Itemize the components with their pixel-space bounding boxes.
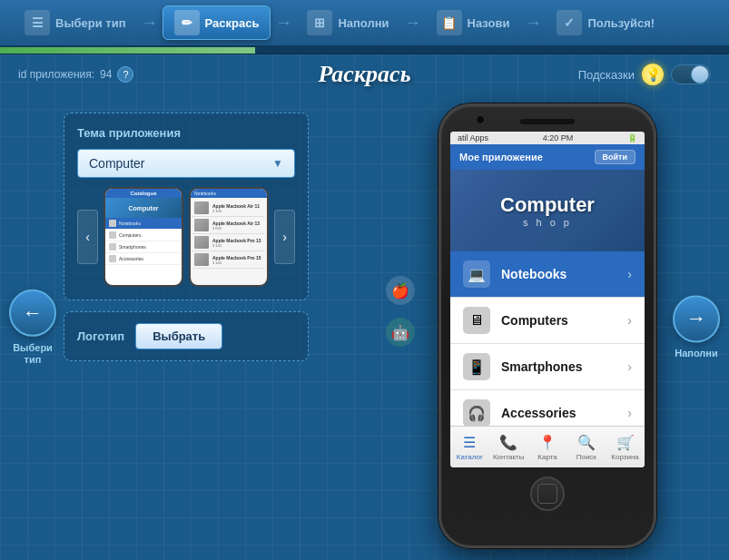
mini-icon-computers (109, 231, 116, 239)
preview-header-mini-1: Catalogue (105, 189, 182, 198)
wizard-arrow-2: → (271, 14, 296, 33)
page-title: Раскрась (318, 61, 410, 88)
battery-icon: 🔋 (627, 133, 637, 142)
os-icons: 🍎 🤖 (386, 276, 415, 347)
phone-screen: atil Apps 4:20 PM 🔋 Мое приложение Войти… (450, 132, 645, 467)
wizard-bar: ☰ Выбери тип → ✏ Раскрась → ⊞ Наполни → … (0, 0, 729, 47)
menu-arrow-smartphones: › (627, 359, 632, 374)
menu-label-smartphones: Smartphones (501, 359, 627, 374)
theme-box-title: Тема приложения (77, 126, 295, 140)
status-bar: atil Apps 4:20 PM 🔋 (450, 132, 645, 144)
carousel-prev-button[interactable]: ‹ (77, 210, 98, 264)
step2-label: Раскрась (205, 16, 260, 30)
preview-item-img-1 (194, 201, 209, 214)
logo-box: Логотип Выбрать (64, 311, 309, 361)
phone-preview-1: Catalogue Computer Notebooks (103, 187, 183, 287)
tab-contacts[interactable]: 📞 Контакты (489, 427, 528, 467)
wizard-arrow-3: → (400, 14, 426, 33)
hint-bulb-icon[interactable]: 💡 (642, 64, 664, 85)
tab-search[interactable]: 🔍 Поиск (566, 427, 606, 467)
preview-header-2: Notebooks (191, 189, 267, 198)
preview-item-3: Apple Macbook Pro 13 3 142 (192, 234, 265, 251)
mini-icon-accessories (109, 255, 116, 262)
step1-label: Выбери тип (55, 16, 126, 30)
preview-items-list-2: Apple Macbook Air 11 2 100 Apple Macbook… (191, 198, 267, 285)
home-button[interactable] (530, 476, 565, 511)
back-arrow-circle: ← (9, 289, 56, 336)
wizard-step-3[interactable]: ⊞ Наполни (296, 6, 399, 39)
mini-icon-smartphones (109, 243, 116, 251)
tab-search-icon: 🔍 (577, 434, 596, 451)
menu-label-accessories: Accessories (501, 406, 627, 420)
android-icon[interactable]: 🤖 (386, 318, 415, 347)
theme-selected-value: Computer (89, 156, 144, 171)
preview-item-4: Apple Macbook Pro 15 3 142 (192, 251, 265, 269)
menu-arrow-accessories: › (627, 406, 632, 420)
preview-item-img-2 (194, 219, 209, 231)
preview-banner-text-1: Computer (128, 205, 158, 211)
progress-bar-container (0, 47, 729, 54)
preview-screen-2: Notebooks Apple Macbook Air 11 2 100 (191, 189, 267, 285)
hint-section: Подсказки 💡 (578, 64, 711, 85)
theme-box: Тема приложения Computer ▼ ‹ Catalogue C… (64, 113, 309, 300)
menu-icon-computers: 🖥 (463, 307, 490, 334)
home-button-inner (537, 484, 557, 504)
wizard-step-2[interactable]: ✏ Раскрась (163, 5, 271, 40)
back-arrow-label: Выберитип (13, 341, 53, 365)
forward-arrow-label: Наполни (675, 348, 718, 359)
banner-subtitle: s h o p (500, 217, 595, 228)
preview-menu-item-smartphones: Smartphones (105, 241, 182, 253)
wizard-arrow-4: → (520, 14, 546, 33)
phone-camera (476, 115, 485, 124)
wizard-step-5[interactable]: ✓ Пользуйся! (546, 6, 665, 39)
ios-icon[interactable]: 🍎 (386, 276, 415, 305)
phone-speaker (520, 119, 575, 124)
back-arrow-icon: ← (23, 300, 43, 324)
tab-contacts-label: Контакты (493, 453, 525, 461)
theme-dropdown[interactable]: Computer ▼ (77, 149, 295, 178)
menu-icon-notebooks: 💻 (463, 260, 490, 288)
time-label: 4:20 PM (543, 133, 574, 142)
preview-item-img-4 (194, 253, 209, 266)
nav-back-button[interactable]: ← Выберитип (9, 289, 56, 365)
logo-label: Логотип (77, 329, 124, 343)
preview-menu-item-notebooks: Notebooks (105, 218, 182, 230)
main-header: id приложения: 94 ? Раскрась Подсказки 💡 (0, 54, 729, 94)
nav-bar-title: Мое приложение (459, 152, 543, 162)
nav-login-button[interactable]: Войти (595, 150, 635, 164)
toggle-switch[interactable] (671, 64, 711, 84)
phone-preview-2: Notebooks Apple Macbook Air 11 2 100 (189, 187, 269, 287)
wizard-step-4[interactable]: 📋 Назови (426, 6, 521, 39)
step3-label: Наполни (338, 16, 389, 30)
tab-map[interactable]: 📍 Карта (528, 427, 567, 467)
info-icon[interactable]: ? (117, 66, 133, 83)
wizard-step-1[interactable]: ☰ Выбери тип (14, 6, 137, 39)
dropdown-arrow-icon: ▼ (272, 157, 283, 170)
tab-cart-icon: 🛒 (616, 434, 635, 451)
carousel-next-button[interactable]: › (274, 210, 295, 264)
step4-label: Назови (468, 16, 510, 30)
menu-label-computers: Computers (501, 313, 627, 328)
menu-item-notebooks[interactable]: 💻 Notebooks › (450, 251, 645, 298)
menu-item-computers[interactable]: 🖥 Computers › (450, 298, 645, 344)
preview-item-2: Apple Macbook Air 13 3 000 (192, 217, 265, 234)
tab-map-label: Карта (537, 453, 557, 461)
tab-cart[interactable]: 🛒 Корзина (606, 427, 645, 467)
screen-nav-bar: Мое приложение Войти (450, 144, 645, 170)
tab-search-label: Поиск (576, 453, 596, 461)
forward-arrow-icon: → (686, 307, 706, 330)
preview-carousel: ‹ Catalogue Computer Notebook (77, 187, 295, 287)
choose-logo-button[interactable]: Выбрать (135, 323, 222, 349)
tab-catalog[interactable]: ☰ Каталог (450, 427, 489, 467)
step2-icon: ✏ (174, 10, 200, 35)
nav-forward-button[interactable]: → Наполни (673, 295, 720, 359)
wizard-arrow-1: → (137, 14, 163, 33)
preview-menu-item-accessories: Accessories (105, 253, 182, 265)
menu-item-smartphones[interactable]: 📱 Smartphones › (450, 344, 645, 390)
step5-icon: ✓ (557, 10, 582, 35)
toggle-knob (691, 65, 709, 84)
screen-banner: Computer s h o p (450, 170, 645, 251)
menu-icon-accessories: 🎧 (463, 399, 490, 427)
menu-icon-smartphones: 📱 (463, 353, 490, 380)
tab-contacts-icon: 📞 (499, 434, 517, 451)
